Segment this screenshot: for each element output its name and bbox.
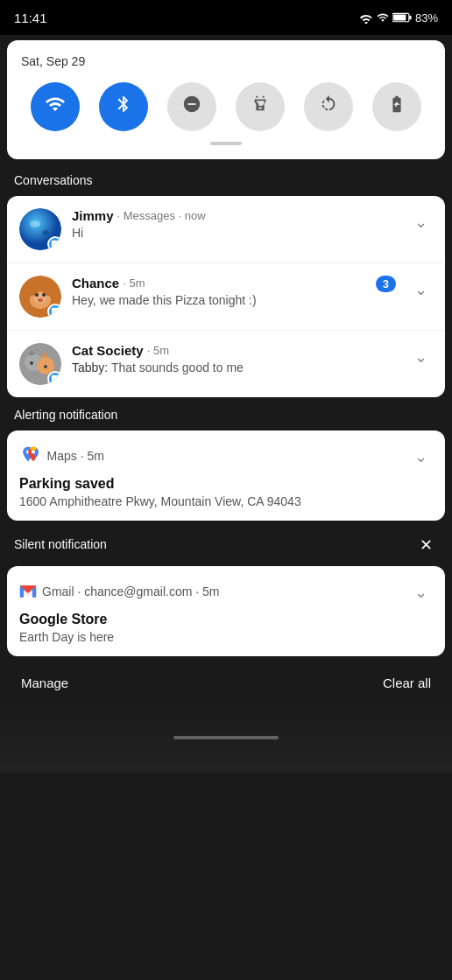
wifi-toggle-icon <box>45 94 66 120</box>
status-bar: 11:41 83% <box>0 0 452 35</box>
battery-saver-toggle-icon <box>387 94 406 119</box>
conversations-label: Conversations <box>14 173 93 187</box>
silent-app-row: Gmail · chance@gmail.com · 5m <box>19 583 220 600</box>
jimmy-content: Jimmy · Messages · now Hi <box>72 208 401 240</box>
svg-rect-1 <box>393 14 406 20</box>
status-icons: 83% <box>359 11 438 24</box>
clear-all-button[interactable]: Clear all <box>383 676 431 690</box>
alerting-label: Alerting notification <box>14 408 117 422</box>
cat-society-message: Tabby: That sounds good to me <box>72 360 401 374</box>
battery-percentage: 83% <box>415 11 438 24</box>
cat-society-content: Cat Society · 5m Tabby: That sounds good… <box>72 343 401 374</box>
alerting-chevron-icon: ⌄ <box>414 447 427 466</box>
rotate-toggle-icon <box>319 94 338 119</box>
alerting-top: Maps · 5m ⌄ <box>19 443 433 469</box>
jimmy-meta: · Messages · now <box>117 209 206 222</box>
silent-body: Earth Day is here <box>19 630 433 644</box>
silent-card[interactable]: Gmail · chance@gmail.com · 5m ⌄ Google S… <box>7 566 445 656</box>
cat-message-sender: Tabby: <box>72 360 108 374</box>
svg-rect-3 <box>258 106 262 108</box>
alerting-header: Alerting notification <box>0 399 452 429</box>
chance-app-badge <box>47 304 61 318</box>
cat-society-name: Cat Society <box>72 343 144 358</box>
wifi-toggle[interactable] <box>31 82 80 131</box>
jimmy-message: Hi <box>72 226 401 240</box>
dnd-toggle[interactable] <box>167 82 216 131</box>
jimmy-avatar <box>19 208 61 250</box>
flashlight-toggle-icon <box>251 94 270 119</box>
svg-point-20 <box>30 361 33 365</box>
maps-pin-icon <box>19 445 42 467</box>
cat-message-text: That sounds good to me <box>111 360 244 374</box>
jimmy-expand[interactable]: ⌄ <box>408 210 433 234</box>
bluetooth-toggle-icon <box>114 94 133 119</box>
alerting-body: 1600 Amphitheatre Pkwy, Mountain View, C… <box>19 494 433 508</box>
chance-badge: 3 <box>376 276 396 292</box>
cat-society-avatar <box>19 343 61 385</box>
conversations-card: Jimmy · Messages · now Hi ⌄ <box>7 196 445 397</box>
manage-button[interactable]: Manage <box>21 676 68 690</box>
conversation-chance[interactable]: Chance · 5m Hey, we made this Pizza toni… <box>7 263 445 331</box>
svg-point-21 <box>44 365 47 368</box>
quick-settings-panel: Sat, Sep 29 <box>7 40 445 159</box>
silent-label: Silent notification <box>14 537 107 551</box>
battery-saver-toggle[interactable] <box>372 82 421 131</box>
svg-point-6 <box>42 230 49 235</box>
chance-message: Hey, we made this Pizza tonight :) <box>72 293 376 307</box>
silent-close-icon: ✕ <box>420 536 433 555</box>
chance-avatar <box>19 276 61 318</box>
chance-content: Chance · 5m Hey, we made this Pizza toni… <box>72 276 376 307</box>
jimmy-chevron-icon: ⌄ <box>414 213 427 232</box>
bottom-area <box>0 703 452 773</box>
alerting-app-row: Maps · 5m <box>19 445 104 467</box>
alerting-card[interactable]: Maps · 5m ⌄ Parking saved 1600 Amphithea… <box>7 430 445 521</box>
svg-point-5 <box>30 220 40 228</box>
battery-icon <box>392 11 412 24</box>
alerting-title: Parking saved <box>19 476 433 492</box>
date-label: Sat, Sep 29 <box>21 54 431 68</box>
conversation-cat-society[interactable]: Cat Society · 5m Tabby: That sounds good… <box>7 331 445 397</box>
silent-dismiss[interactable]: ✕ <box>413 533 438 557</box>
alerting-app-name: Maps · 5m <box>47 449 104 463</box>
drag-handle[interactable] <box>210 142 242 145</box>
toggle-row <box>21 82 431 131</box>
jimmy-app-badge <box>47 236 61 250</box>
bluetooth-toggle[interactable] <box>99 82 148 131</box>
dnd-toggle-icon <box>182 94 201 119</box>
rotate-toggle[interactable] <box>304 82 353 131</box>
flashlight-toggle[interactable] <box>236 82 285 131</box>
svg-point-14 <box>38 298 43 302</box>
bottom-bar: Manage Clear all <box>0 663 452 703</box>
jimmy-name: Jimmy <box>72 208 114 223</box>
conversations-header: Conversations <box>0 164 452 194</box>
chance-chevron-icon: ⌄ <box>414 280 427 299</box>
alerting-expand[interactable]: ⌄ <box>408 444 433 469</box>
gmail-icon <box>19 583 37 600</box>
chance-meta: · 5m <box>123 276 145 290</box>
silent-header: Silent notification ✕ <box>0 522 452 564</box>
chance-name: Chance <box>72 276 119 290</box>
cat-app-badge <box>47 371 61 385</box>
signal-icon <box>377 11 389 24</box>
chance-expand[interactable]: ⌄ <box>408 277 433 302</box>
svg-point-13 <box>42 293 46 297</box>
svg-point-22 <box>31 450 34 453</box>
status-time: 11:41 <box>14 10 47 25</box>
cat-society-expand[interactable]: ⌄ <box>408 345 433 369</box>
wifi-icon <box>359 11 373 24</box>
silent-app-meta: Gmail · chance@gmail.com · 5m <box>42 584 220 598</box>
svg-point-12 <box>35 293 39 297</box>
silent-chevron-icon: ⌄ <box>414 583 427 602</box>
cat-society-meta: · 5m <box>147 344 169 357</box>
silent-top: Gmail · chance@gmail.com · 5m ⌄ <box>19 578 433 605</box>
home-indicator <box>173 736 279 739</box>
svg-rect-2 <box>409 16 411 20</box>
silent-title: Google Store <box>19 612 433 627</box>
conversation-jimmy[interactable]: Jimmy · Messages · now Hi ⌄ <box>7 196 445 263</box>
cat-chevron-icon: ⌄ <box>414 347 427 367</box>
silent-expand[interactable]: ⌄ <box>408 580 433 605</box>
